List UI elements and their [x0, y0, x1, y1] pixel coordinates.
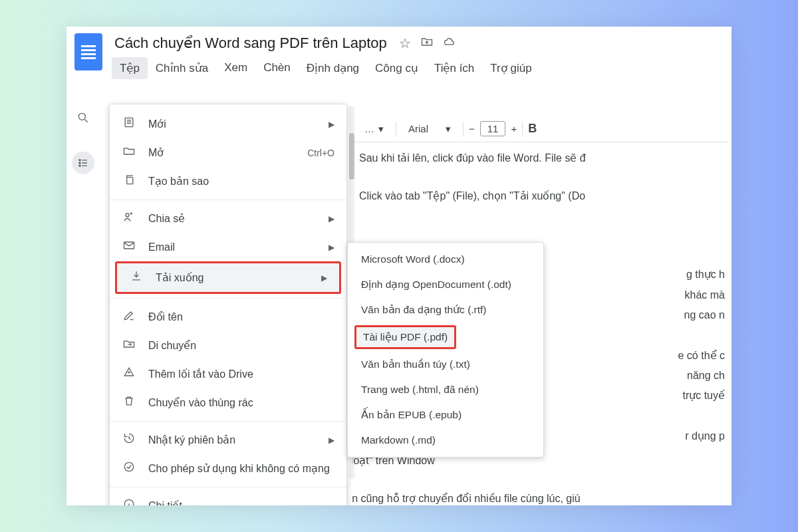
- content-line: Sau khi tải lên, click đúp vào file Word…: [359, 149, 725, 167]
- copy-icon: [122, 173, 136, 190]
- title-area: Cách chuyển Word sang PDF trên Laptop ☆ …: [112, 33, 724, 79]
- offline-icon: [122, 460, 136, 477]
- download-submenu: Microsoft Word (.docx) Định dạng OpenDoc…: [347, 242, 544, 458]
- font-size-input[interactable]: 11: [480, 121, 506, 136]
- drive-shortcut-icon: [122, 366, 136, 382]
- trash-icon: [122, 394, 136, 411]
- svg-rect-5: [127, 178, 133, 184]
- share-icon: [122, 210, 136, 227]
- shortcut-label: Ctrl+O: [307, 148, 334, 158]
- menu-item-add-shortcut[interactable]: Thêm lối tắt vào Drive: [110, 360, 346, 388]
- menu-item-label: Email: [148, 241, 317, 253]
- chevron-right-icon: ▶: [321, 273, 327, 283]
- chevron-right-icon: ▶: [329, 243, 334, 252]
- divider: [463, 122, 464, 136]
- header: Cách chuyển Word sang PDF trên Laptop ☆ …: [66, 27, 732, 79]
- left-sidebar: [72, 106, 94, 174]
- menu-item-version-history[interactable]: Nhật ký phiên bản ▶: [110, 426, 346, 454]
- svg-point-3: [79, 165, 80, 166]
- app-window: Cách chuyển Word sang PDF trên Laptop ☆ …: [66, 27, 732, 505]
- svg-point-6: [126, 213, 129, 217]
- bold-button[interactable]: B: [528, 122, 537, 136]
- menu-item-make-copy[interactable]: Tạo bản sao: [110, 167, 346, 196]
- info-icon: [122, 497, 136, 505]
- menu-item-label: Chia sẻ: [148, 212, 317, 225]
- menu-item-download[interactable]: Tải xuống ▶: [117, 263, 339, 292]
- menu-item-label: Đổi tên: [148, 311, 334, 323]
- chevron-right-icon: ▶: [329, 436, 334, 445]
- font-size-increase[interactable]: +: [511, 123, 517, 134]
- pencil-icon: [122, 309, 136, 325]
- menu-item-email[interactable]: Email ▶: [110, 233, 346, 261]
- svg-point-0: [78, 113, 85, 120]
- submenu-item-pdf[interactable]: Tài liệu PDF (.pdf): [354, 325, 456, 349]
- menu-view[interactable]: Xem: [216, 57, 255, 79]
- menu-separator: [110, 487, 346, 487]
- menu-extensions[interactable]: Tiện ích: [426, 57, 482, 79]
- style-dropdown[interactable]: … ▾: [358, 120, 390, 138]
- submenu-item-epub[interactable]: Ấn bản EPUB (.epub): [348, 402, 543, 428]
- menu-separator: [110, 200, 346, 200]
- document-icon: [122, 116, 136, 132]
- menu-item-rename[interactable]: Đổi tên: [110, 303, 346, 331]
- menu-item-label: Thêm lối tắt vào Drive: [148, 368, 334, 380]
- menu-item-trash[interactable]: Chuyển vào thùng rác: [110, 388, 346, 417]
- menu-insert[interactable]: Chèn: [255, 57, 299, 79]
- docs-logo-icon[interactable]: [74, 33, 102, 70]
- search-icon[interactable]: [72, 106, 94, 129]
- outline-icon[interactable]: [72, 152, 94, 174]
- menu-item-move[interactable]: Di chuyển: [110, 331, 346, 360]
- toolbar: … ▾ Arial ▾ − 11 + B: [352, 116, 729, 142]
- menu-item-open[interactable]: Mở Ctrl+O: [110, 138, 346, 167]
- menu-file[interactable]: Tệp: [112, 57, 148, 79]
- submenu-item-docx[interactable]: Microsoft Word (.docx): [348, 247, 543, 272]
- menu-item-offline[interactable]: Cho phép sử dụng khi không có mạng: [110, 454, 346, 483]
- menu-separator: [110, 421, 346, 422]
- move-icon: [122, 337, 136, 354]
- svg-point-2: [79, 162, 80, 164]
- menu-item-share[interactable]: Chia sẻ ▶: [110, 204, 346, 233]
- menu-item-label: Chuyển vào thùng rác: [148, 396, 334, 409]
- menu-separator: [110, 298, 346, 299]
- document-title[interactable]: Cách chuyển Word sang PDF trên Laptop: [112, 33, 390, 53]
- content-line: Ngoài ra, một số công cụ trực tuyến cũng…: [352, 489, 725, 505]
- folder-icon: [122, 144, 136, 161]
- svg-rect-4: [125, 118, 133, 126]
- chevron-right-icon: ▶: [329, 214, 334, 223]
- menu-help[interactable]: Trợ giúp: [482, 57, 539, 79]
- menu-item-label: Chi tiết: [148, 499, 334, 505]
- svg-rect-7: [124, 242, 134, 249]
- cloud-status-icon[interactable]: [443, 35, 456, 52]
- menu-format[interactable]: Định dạng: [299, 57, 367, 79]
- menubar: Tệp Chỉnh sửa Xem Chèn Định dạng Công cụ…: [112, 57, 724, 79]
- menu-item-label: Cho phép sử dụng khi không có mạng: [148, 462, 334, 475]
- email-icon: [122, 239, 136, 255]
- menu-tools[interactable]: Công cụ: [367, 57, 426, 79]
- menu-item-label: Tạo bản sao: [148, 175, 334, 188]
- svg-point-1: [79, 160, 80, 161]
- chevron-right-icon: ▶: [329, 120, 334, 129]
- menu-edit[interactable]: Chỉnh sửa: [148, 57, 216, 79]
- submenu-item-rtf[interactable]: Văn bản đa dạng thức (.rtf): [348, 297, 543, 323]
- menu-item-label: Nhật ký phiên bản: [148, 434, 317, 446]
- content-line: Click vào tab "Tệp" (File), chọn "Tải xu…: [359, 187, 725, 205]
- font-dropdown[interactable]: Arial ▾: [402, 120, 458, 138]
- menu-item-label: Tải xuống: [156, 271, 309, 284]
- menu-item-label: Mới: [148, 118, 317, 130]
- font-size-decrease[interactable]: −: [469, 123, 475, 134]
- menu-item-label: Di chuyển: [148, 339, 334, 352]
- submenu-item-html[interactable]: Trang web (.html, đã nén): [348, 377, 543, 402]
- menu-item-details[interactable]: Chi tiết: [110, 491, 346, 505]
- menu-item-label: Mở: [148, 146, 295, 159]
- submenu-item-txt[interactable]: Văn bản thuần túy (.txt): [348, 352, 543, 377]
- download-icon: [129, 269, 144, 286]
- submenu-item-odt[interactable]: Định dạng OpenDocument (.odt): [348, 272, 543, 297]
- divider: [396, 122, 396, 136]
- menu-item-new[interactable]: Mới ▶: [110, 110, 346, 138]
- svg-point-8: [124, 462, 133, 471]
- submenu-item-md[interactable]: Markdown (.md): [348, 428, 543, 453]
- divider: [522, 122, 523, 136]
- history-icon: [122, 432, 136, 448]
- star-icon[interactable]: ☆: [399, 35, 411, 52]
- move-folder-icon[interactable]: [420, 35, 434, 52]
